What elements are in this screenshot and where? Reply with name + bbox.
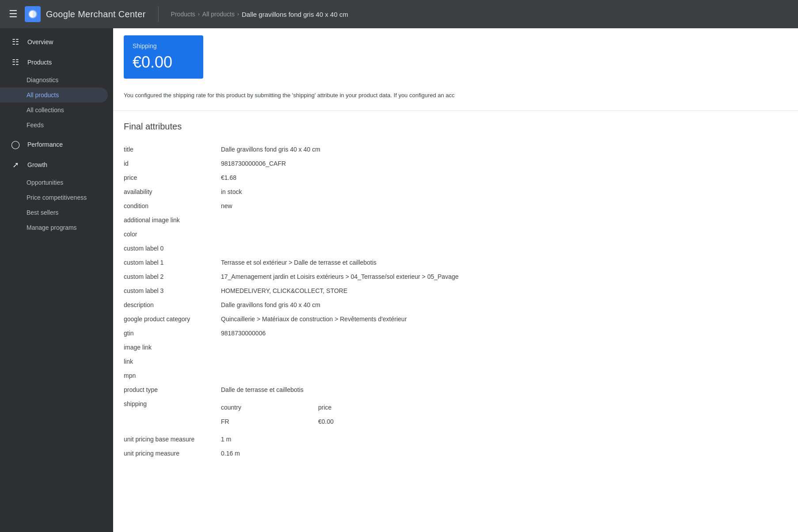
table-row: google product categoryQuincaillerie > M… (124, 312, 787, 326)
topbar: ☰ Google Merchant Center Products › All … (0, 0, 798, 28)
attr-key: description (124, 298, 221, 312)
sidebar-item-products[interactable]: ☷ Products (0, 52, 108, 72)
sidebar-label-overview: Overview (27, 38, 53, 46)
attr-key: condition (124, 199, 221, 213)
table-row: price€1.68 (124, 171, 787, 185)
shipping-card-label: Shipping (133, 42, 194, 49)
sidebar-item-opportunities[interactable]: Opportunities (0, 175, 108, 190)
attr-value (221, 241, 787, 255)
overview-icon: ☷ (11, 37, 20, 47)
table-row: image link (124, 340, 787, 354)
attr-key: product type (124, 383, 221, 397)
sidebar-item-manage-programs[interactable]: Manage programs (0, 220, 108, 235)
sidebar-label-all-products: All products (27, 91, 59, 99)
attr-value (221, 227, 787, 241)
sidebar-item-all-products[interactable]: All products (0, 87, 108, 103)
attr-value (221, 340, 787, 354)
sidebar-item-overview[interactable]: ☷ Overview (0, 32, 108, 52)
attr-value: Dalle gravillons fond gris 40 x 40 cm (221, 298, 787, 312)
attr-key: price (124, 171, 221, 185)
app-title: Google Merchant Center (46, 9, 146, 19)
shipping-card: Shipping €0.00 (124, 35, 203, 79)
table-row: mpn (124, 369, 787, 383)
attr-key: color (124, 227, 221, 241)
attr-value: in stock (221, 185, 787, 199)
attr-key: gtin (124, 326, 221, 340)
sidebar: ☷ Overview ☷ Products Diagnostics All pr… (0, 28, 113, 532)
table-row: descriptionDalle gravillons fond gris 40… (124, 298, 787, 312)
attr-value: 1 m (221, 432, 787, 446)
attr-key: additional image link (124, 213, 221, 227)
table-row: unit pricing measure0.16 m (124, 446, 787, 460)
attr-value (221, 354, 787, 369)
sidebar-label-best-sellers: Best sellers (27, 209, 58, 216)
sidebar-item-all-collections[interactable]: All collections (0, 103, 108, 118)
breadcrumb-sep1: › (198, 11, 200, 17)
attr-key: custom label 1 (124, 255, 221, 270)
attr-value: 0.16 m (221, 446, 787, 460)
attr-value: countrypriceFR€0.00 (221, 397, 787, 432)
topbar-left: ☰ Google Merchant Center (7, 6, 146, 22)
attr-key: shipping (124, 397, 221, 432)
table-row: gtin9818730000006 (124, 326, 787, 340)
table-row: id9818730000006_CAFR (124, 156, 787, 171)
attr-key: link (124, 354, 221, 369)
growth-icon: ➚ (11, 160, 20, 170)
sidebar-item-price-competitiveness[interactable]: Price competitiveness (0, 190, 108, 205)
main-layout: ☷ Overview ☷ Products Diagnostics All pr… (0, 28, 798, 532)
table-row: unit pricing base measure1 m (124, 432, 787, 446)
attr-value (221, 213, 787, 227)
attributes-table: titleDalle gravillons fond gris 40 x 40 … (124, 142, 787, 460)
table-row: availabilityin stock (124, 185, 787, 199)
topbar-divider (158, 6, 159, 22)
sidebar-label-growth: Growth (27, 161, 47, 168)
final-attributes-section: Final attributes titleDalle gravillons f… (113, 111, 798, 471)
table-row: custom label 1Terrasse et sol extérieur … (124, 255, 787, 270)
attr-value: 9818730000006_CAFR (221, 156, 787, 171)
sidebar-label-manage-programs: Manage programs (27, 224, 77, 231)
sidebar-label-price-competitiveness: Price competitiveness (27, 194, 87, 201)
sidebar-label-all-collections: All collections (27, 106, 64, 114)
table-row: custom label 217_Amenagement jardin et L… (124, 270, 787, 284)
table-row: link (124, 354, 787, 369)
breadcrumb-sep2: › (237, 11, 239, 17)
table-row: custom label 0 (124, 241, 787, 255)
hamburger-icon[interactable]: ☰ (7, 7, 19, 22)
attr-key: image link (124, 340, 221, 354)
table-row: conditionnew (124, 199, 787, 213)
breadcrumb: Products › All products › Dalle gravillo… (171, 11, 348, 18)
logo-icon (25, 6, 41, 22)
sidebar-label-diagnostics: Diagnostics (27, 76, 58, 84)
attr-key: availability (124, 185, 221, 199)
attr-value: 17_Amenagement jardin et Loisirs extérie… (221, 270, 787, 284)
attr-key: id (124, 156, 221, 171)
breadcrumb-all-products[interactable]: All products (202, 11, 235, 18)
attr-key: custom label 0 (124, 241, 221, 255)
sidebar-item-feeds[interactable]: Feeds (0, 118, 108, 133)
table-row: color (124, 227, 787, 241)
attr-key: unit pricing base measure (124, 432, 221, 446)
sidebar-item-best-sellers[interactable]: Best sellers (0, 205, 108, 220)
attr-value: new (221, 199, 787, 213)
final-attributes-title: Final attributes (124, 122, 787, 132)
sidebar-item-growth[interactable]: ➚ Growth (0, 155, 108, 175)
attr-value: Dalle gravillons fond gris 40 x 40 cm (221, 142, 787, 156)
sidebar-label-performance: Performance (27, 141, 63, 148)
table-row: product typeDalle de terrasse et cailleb… (124, 383, 787, 397)
attr-value (221, 369, 787, 383)
performance-icon: ◯ (11, 140, 20, 149)
table-row: custom label 3HOMEDELIVERY, CLICK&COLLEC… (124, 284, 787, 298)
products-icon: ☷ (11, 57, 20, 67)
attr-value: Dalle de terrasse et caillebotis (221, 383, 787, 397)
sidebar-item-performance[interactable]: ◯ Performance (0, 134, 108, 155)
attr-key: google product category (124, 312, 221, 326)
breadcrumb-products[interactable]: Products (171, 11, 195, 18)
shipping-note: You configured the shipping rate for thi… (113, 86, 798, 111)
attr-value: €1.68 (221, 171, 787, 185)
attr-value: HOMEDELIVERY, CLICK&COLLECT, STORE (221, 284, 787, 298)
sidebar-label-feeds: Feeds (27, 122, 44, 129)
table-row: additional image link (124, 213, 787, 227)
attr-value: Terrasse et sol extérieur > Dalle de ter… (221, 255, 787, 270)
sidebar-item-diagnostics[interactable]: Diagnostics (0, 72, 108, 87)
sidebar-label-products: Products (27, 59, 52, 66)
